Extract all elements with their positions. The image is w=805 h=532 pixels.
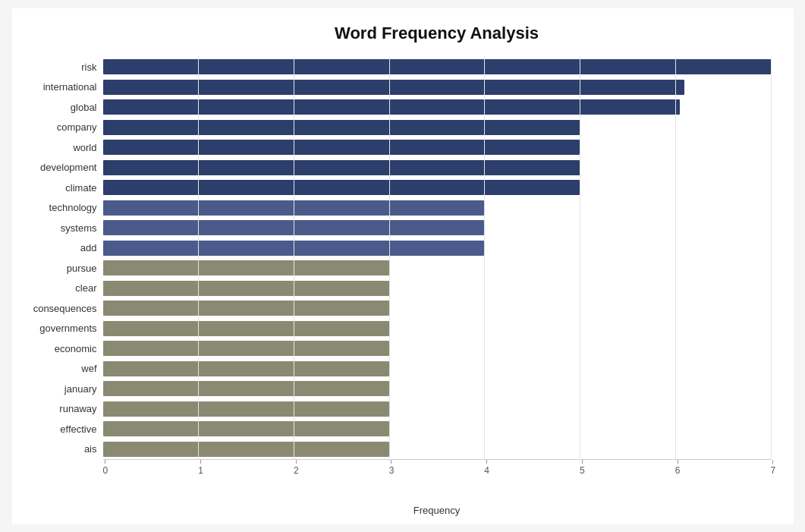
chart-title: Word Frequency Analysis [103, 24, 771, 43]
tick-line [582, 460, 583, 464]
bar-row-runaway: runaway [103, 401, 771, 417]
bar-row-development: development [103, 160, 771, 175]
bar-row-consequences: consequences [103, 301, 771, 316]
bar-label-company: company [20, 121, 103, 133]
bar-fill-effective [103, 421, 389, 436]
bar-fill-global [103, 99, 681, 115]
bar-label-ais: ais [20, 443, 103, 455]
bar-label-runaway: runaway [20, 403, 103, 414]
bar-label-international: international [20, 81, 103, 93]
bar-fill-international [103, 80, 685, 95]
bar-row-company: company [103, 120, 771, 135]
tick-label: 6 [675, 465, 681, 476]
bar-label-development: development [20, 162, 103, 173]
bar-row-january: january [103, 381, 771, 396]
bar-row-economic: economic [103, 341, 771, 356]
bar-fill-company [103, 120, 580, 135]
bar-label-wef: wef [20, 363, 103, 374]
grid-line [294, 57, 294, 459]
bar-label-add: add [20, 242, 103, 253]
bar-fill-pursue [103, 260, 389, 275]
grid-line [580, 57, 580, 459]
chart-area: riskinternationalglobalcompanyworlddevel… [103, 57, 771, 482]
bar-row-world: world [103, 140, 771, 155]
bar-fill-governments [103, 321, 389, 336]
bar-row-pursue: pursue [103, 260, 771, 275]
bar-fill-climate [103, 180, 580, 195]
bar-label-governments: governments [20, 323, 103, 334]
tick-line [772, 460, 773, 464]
bar-row-systems: systems [103, 220, 771, 235]
bar-row-ais: ais [103, 442, 771, 457]
tick-line [200, 460, 201, 464]
bar-fill-consequences [103, 301, 389, 316]
bar-label-climate: climate [20, 182, 103, 194]
bar-fill-january [103, 381, 389, 396]
bar-fill-clear [103, 281, 389, 296]
bar-label-economic: economic [20, 343, 103, 354]
tick-label: 2 [294, 465, 299, 476]
bar-fill-world [103, 140, 580, 155]
bar-fill-ais [103, 442, 389, 457]
x-tick-5: 5 [580, 460, 585, 476]
grid-line [484, 57, 485, 459]
bar-label-january: january [20, 383, 103, 395]
bar-fill-wef [103, 361, 389, 376]
grid-line [198, 57, 199, 459]
bar-fill-economic [103, 341, 389, 356]
x-tick-2: 2 [294, 460, 299, 476]
bar-label-risk: risk [20, 61, 103, 73]
tick-label: 7 [771, 465, 776, 476]
tick-label: 3 [389, 465, 395, 476]
bar-row-add: add [103, 241, 771, 256]
tick-label: 5 [580, 465, 585, 476]
bar-row-risk: risk [103, 59, 771, 74]
tick-label: 0 [103, 465, 108, 476]
bar-label-technology: technology [20, 202, 103, 213]
bar-row-governments: governments [103, 321, 771, 336]
bar-fill-development [103, 160, 580, 175]
bar-row-international: international [103, 80, 771, 95]
x-tick-7: 7 [771, 460, 776, 476]
tick-line [105, 460, 105, 464]
bar-fill-risk [103, 59, 771, 74]
tick-line [391, 460, 391, 464]
tick-label: 1 [198, 465, 203, 476]
x-axis-title: Frequency [103, 505, 771, 516]
bar-label-clear: clear [20, 282, 103, 294]
bar-row-climate: climate [103, 180, 771, 195]
bar-row-technology: technology [103, 200, 771, 216]
tick-label: 4 [484, 465, 489, 476]
tick-line [296, 460, 297, 464]
chart-container: Word Frequency Analysis riskinternationa… [12, 8, 794, 524]
tick-line [678, 460, 678, 464]
bar-row-clear: clear [103, 281, 771, 296]
x-tick-0: 0 [103, 460, 108, 476]
bar-row-global: global [103, 99, 771, 115]
bar-label-world: world [20, 142, 103, 153]
x-tick-3: 3 [389, 460, 395, 476]
tick-line [486, 460, 487, 464]
bar-label-effective: effective [20, 423, 103, 435]
x-tick-4: 4 [484, 460, 489, 476]
bar-label-consequences: consequences [20, 303, 103, 314]
grid-line [675, 57, 676, 459]
bars-wrapper: riskinternationalglobalcompanyworlddevel… [103, 57, 771, 459]
bar-label-systems: systems [20, 222, 103, 234]
x-axis: Frequency 01234567 [103, 459, 771, 482]
grid-line [389, 57, 390, 459]
bar-fill-runaway [103, 401, 389, 417]
grid-line [771, 57, 772, 459]
x-tick-1: 1 [198, 460, 203, 476]
bar-row-effective: effective [103, 421, 771, 436]
bar-label-global: global [20, 102, 103, 113]
bar-label-pursue: pursue [20, 263, 103, 274]
x-tick-6: 6 [675, 460, 681, 476]
bar-row-wef: wef [103, 361, 771, 376]
